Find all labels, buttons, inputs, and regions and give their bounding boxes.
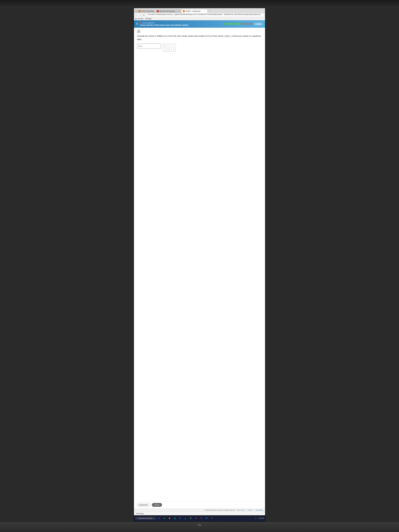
taskbar-system-tray[interactable]: ∧ bbox=[253, 516, 258, 521]
aleks-footer: © 2021 McGraw-Hill Education. All Rights… bbox=[134, 508, 265, 512]
taskbar-search[interactable]: ○ Type here to search bbox=[135, 517, 156, 520]
taskbar-dropbox-button[interactable]: ☁ bbox=[183, 516, 188, 521]
tab-favicon-mcgraw: M bbox=[157, 10, 159, 12]
clock-time: 8:34 PM bbox=[259, 518, 264, 519]
bookmark-youtube-icon: ▶ bbox=[135, 18, 137, 20]
progress-seg-1 bbox=[224, 23, 228, 25]
footer-sep1: | bbox=[246, 509, 247, 511]
laptop-top-bezel bbox=[0, 0, 399, 8]
input-cursor bbox=[139, 45, 139, 47]
progress-bars bbox=[224, 23, 253, 25]
taskbar-teams-button[interactable]: T bbox=[199, 516, 204, 521]
undo-icon: ↺ bbox=[169, 49, 170, 50]
progress-seg-6 bbox=[245, 23, 249, 25]
question-text: Calculate the volume in milliliters of a… bbox=[137, 35, 262, 41]
lesson-title: Using molarity to find solute mass and s… bbox=[140, 24, 188, 26]
math-toolbar: □□ × ↺ ? bbox=[162, 44, 176, 52]
taskbar-appstore-button[interactable]: ⊞ bbox=[172, 516, 177, 521]
download-filename: banner.jpg bbox=[136, 513, 143, 514]
action-bar: Explanation Check bbox=[134, 501, 265, 508]
fraction-button[interactable]: □□ bbox=[163, 44, 167, 47]
taskbar-excel-button[interactable]: X bbox=[209, 516, 214, 521]
tab-aleks-chemistry[interactable]: × A ALEKs Chemistry bbox=[134, 10, 155, 13]
tab-label-aleks-main: ALEKS - Lindsey Brooks - Learn bbox=[185, 10, 203, 12]
taskbar-powerpoint-button[interactable]: ● bbox=[194, 516, 198, 521]
tab-favicon-aleks-main: A bbox=[183, 10, 185, 12]
multiply-icon: × bbox=[165, 49, 165, 50]
aleks-header: ☰ STOICHIOMETRY Using molarity to find s… bbox=[134, 20, 265, 28]
stoich-dot bbox=[140, 22, 141, 24]
taskbar-word-button[interactable]: W bbox=[204, 516, 209, 521]
aleks-body: ∨ Calculate the volume in milliliters of… bbox=[134, 28, 265, 501]
hp-logo: hp bbox=[198, 523, 201, 527]
bookmark-maps[interactable]: 🗺 Maps bbox=[146, 18, 152, 20]
question-text-part1: Calculate the volume in milliliters of a… bbox=[137, 35, 224, 37]
chemical-formula: AgNO3 bbox=[225, 35, 231, 37]
expand-button[interactable]: ∨ bbox=[137, 30, 140, 33]
bookmark-youtube[interactable]: ▶ YouTube bbox=[135, 18, 143, 20]
body-spacer bbox=[137, 54, 262, 499]
taskbar: ○ Type here to search ● ● ■ ⊞ ✉ ☁ $ ● T … bbox=[134, 515, 265, 521]
answer-area: mL □□ × ↺ bbox=[137, 44, 262, 52]
tab-close-aleks-chemistry[interactable]: × bbox=[136, 10, 138, 12]
math-toolbar-top: □□ bbox=[163, 44, 175, 47]
progress-seg-2 bbox=[228, 23, 232, 25]
unit-label: mL bbox=[140, 45, 142, 47]
download-bar: banner.jpg ^ bbox=[134, 512, 265, 515]
tab-label-mcgraw: McGraw-Hill Education Campus bbox=[159, 10, 177, 12]
fraction-icon: □□ bbox=[164, 45, 166, 47]
progress-seg-7 bbox=[249, 23, 253, 25]
taskbar-mail-button[interactable]: ✉ bbox=[178, 516, 183, 521]
footer-copyright: © 2021 McGraw-Hill Education. All Rights… bbox=[204, 509, 235, 511]
footer-privacy-link[interactable]: Privacy bbox=[248, 509, 252, 511]
progress-seg-3 bbox=[233, 23, 236, 25]
progress-seg-5 bbox=[241, 23, 245, 25]
taskbar-search-label: Type here to search bbox=[138, 517, 152, 519]
check-button[interactable]: Check bbox=[152, 503, 162, 507]
help-button[interactable]: ? bbox=[171, 48, 175, 51]
subscript-3: 3 bbox=[230, 36, 230, 38]
footer-terms-link[interactable]: Terms of Use bbox=[237, 509, 245, 511]
taskbar-file-button[interactable]: ■ bbox=[167, 516, 172, 521]
search-icon: ○ bbox=[137, 517, 138, 519]
footer-sep2: | bbox=[254, 509, 254, 511]
taskbar-edge-button[interactable]: ● bbox=[157, 516, 161, 521]
aleks-header-right: Lindsa bbox=[224, 22, 263, 25]
new-tab-button[interactable]: + bbox=[208, 9, 211, 13]
chemical-name: AgNO bbox=[225, 35, 230, 37]
tab-mcgraw[interactable]: M McGraw-Hill Education Campus × bbox=[156, 10, 181, 13]
download-chevron[interactable]: ^ bbox=[262, 513, 263, 514]
math-toolbar-bottom: × ↺ ? bbox=[163, 48, 175, 51]
aleks-header-left: ☰ STOICHIOMETRY Using molarity to find s… bbox=[136, 22, 188, 26]
explanation-button[interactable]: Explanation bbox=[137, 503, 151, 507]
tab-aleks-main[interactable]: A ALEKS - Lindsey Brooks - Learn × bbox=[181, 9, 207, 13]
hamburger-menu-button[interactable]: ☰ bbox=[136, 22, 138, 25]
laptop-screen: × A ALEKs Chemistry M McGraw-Hill Educat… bbox=[133, 8, 266, 521]
taskbar-clock: 8:34 PM bbox=[259, 518, 264, 519]
browser-chrome: × A ALEKs Chemistry M McGraw-Hill Educat… bbox=[134, 8, 265, 20]
laptop-body: hp bbox=[0, 521, 399, 532]
stoichiometry-label: STOICHIOMETRY bbox=[140, 22, 188, 24]
nav-refresh-button[interactable]: ⟳ bbox=[142, 14, 145, 17]
footer-accessibility-link[interactable]: Accessibility bbox=[256, 509, 263, 511]
progress-seg-4 bbox=[237, 23, 241, 25]
nav-forward-button[interactable]: → bbox=[139, 14, 142, 17]
address-bar[interactable]: awn.aleks.com/alekscgi/x/lsl.exe/1o_u-lg… bbox=[146, 13, 264, 17]
tab-favicon-aleks-chemistry: A bbox=[139, 10, 140, 12]
taskbar-chrome-button[interactable]: ● bbox=[162, 516, 167, 521]
tab-label-aleks-chemistry: ALEKs Chemistry bbox=[141, 10, 154, 12]
tab-close-aleks-main[interactable]: × bbox=[203, 10, 206, 12]
multiply-button[interactable]: × bbox=[163, 48, 167, 51]
taskbar-dollar-button[interactable]: $ bbox=[188, 516, 193, 521]
answer-input[interactable]: mL bbox=[137, 44, 161, 49]
help-icon: ? bbox=[173, 49, 174, 50]
nav-back-button[interactable]: ← bbox=[135, 14, 138, 17]
aleks-container: ☰ STOICHIOMETRY Using molarity to find s… bbox=[134, 20, 265, 512]
bookmarks-bar: ▶ YouTube 🗺 Maps bbox=[134, 17, 265, 20]
taskbar-right: ∧ 8:34 PM bbox=[253, 516, 264, 521]
bookmark-maps-icon: 🗺 bbox=[146, 18, 147, 20]
address-bar-row: ← → ⟳ awn.aleks.com/alekscgi/x/lsl.exe/1… bbox=[134, 13, 265, 17]
bookmark-maps-label: Maps bbox=[148, 18, 152, 20]
undo-button[interactable]: ↺ bbox=[167, 48, 171, 51]
tab-close-mcgraw[interactable]: × bbox=[177, 10, 180, 12]
